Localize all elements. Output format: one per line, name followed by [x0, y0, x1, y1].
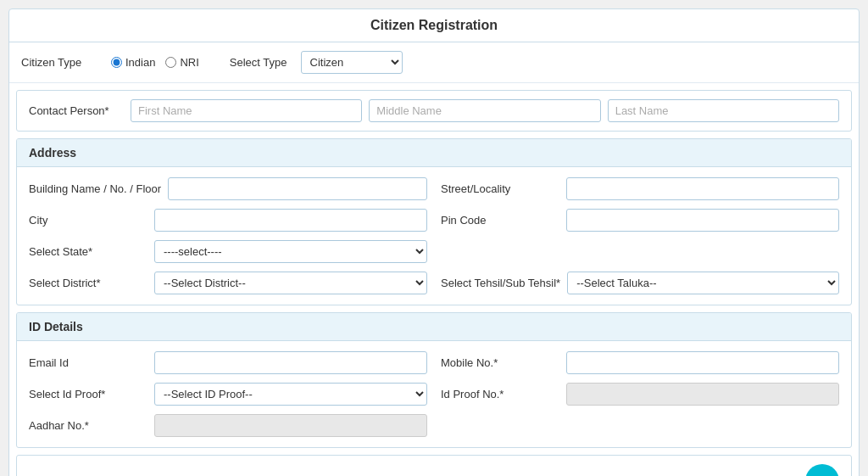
mobile-label: Mobile No.* — [441, 356, 559, 369]
district-field-group: Select District* --Select District-- — [29, 272, 427, 294]
pincode-field-group: Pin Code — [441, 209, 839, 232]
username-password-section: Username & Password Top — [16, 455, 852, 476]
radio-indian-input[interactable] — [111, 57, 122, 68]
last-name-input[interactable] — [608, 99, 839, 122]
mobile-field-group: Mobile No.* — [441, 351, 839, 374]
city-input[interactable] — [154, 209, 427, 232]
aadhar-label: Aadhar No.* — [29, 419, 147, 432]
pincode-input[interactable] — [566, 209, 839, 232]
id-details-section: ID Details Email Id Mobile No.* Select I… — [16, 312, 852, 448]
address-section-body: Building Name / No. / Floor Street/Local… — [17, 167, 851, 305]
middle-name-input[interactable] — [369, 99, 600, 122]
id-proof-no-field-group: Id Proof No.* — [441, 383, 839, 406]
aadhar-input[interactable] — [154, 414, 427, 437]
radio-indian[interactable]: Indian — [111, 56, 155, 69]
district-select[interactable]: --Select District-- — [154, 272, 427, 294]
radio-nri[interactable]: NRI — [165, 56, 198, 69]
email-field-group: Email Id — [29, 351, 427, 374]
street-label: Street/Locality — [441, 182, 559, 195]
select-type-label: Select Type — [230, 56, 287, 69]
top-button[interactable]: Top — [805, 464, 839, 476]
address-section-header: Address — [17, 139, 851, 167]
pincode-label: Pin Code — [441, 214, 559, 227]
page-container: Citizen Registration Citizen Type Indian… — [8, 8, 860, 476]
email-label: Email Id — [29, 356, 147, 369]
building-input[interactable] — [168, 177, 427, 200]
radio-group-citizen: Indian NRI — [111, 56, 199, 69]
id-proof-select[interactable]: --Select ID Proof-- — [154, 383, 427, 406]
state-field-group: Select State* ----select---- — [29, 240, 427, 263]
id-details-header: ID Details — [17, 313, 851, 341]
id-proof-no-label: Id Proof No.* — [441, 388, 559, 400]
email-input[interactable] — [154, 351, 427, 374]
citizen-type-label: Citizen Type — [21, 56, 97, 69]
address-row-2: City Pin Code — [29, 209, 839, 232]
state-select[interactable]: ----select---- — [154, 240, 427, 263]
district-label: Select District* — [29, 277, 147, 289]
id-proof-label: Select Id Proof* — [29, 388, 147, 400]
id-row-2: Select Id Proof* --Select ID Proof-- Id … — [29, 383, 839, 406]
citizen-type-row: Citizen Type Indian NRI Select Type Citi… — [9, 42, 859, 83]
address-section: Address Building Name / No. / Floor Stre… — [16, 138, 852, 305]
aadhar-field-group: Aadhar No.* — [29, 414, 427, 437]
radio-indian-label: Indian — [125, 56, 155, 69]
contact-person-label: Contact Person* — [29, 104, 122, 117]
street-field-group: Street/Locality — [441, 177, 839, 200]
city-label: City — [29, 214, 147, 227]
tehsil-label: Select Tehsil/Sub Tehsil* — [441, 277, 560, 289]
radio-nri-input[interactable] — [165, 57, 176, 68]
id-details-body: Email Id Mobile No.* Select Id Proof* --… — [17, 341, 851, 447]
building-label: Building Name / No. / Floor — [29, 182, 161, 195]
address-row-3: Select State* ----select---- — [29, 240, 839, 263]
id-row-3: Aadhar No.* — [29, 414, 839, 437]
contact-person-section: Contact Person* — [16, 90, 852, 132]
id-proof-field-group: Select Id Proof* --Select ID Proof-- — [29, 383, 427, 406]
building-field-group: Building Name / No. / Floor — [29, 177, 427, 200]
citizen-type-select[interactable]: Citizen Other — [301, 51, 403, 74]
radio-nri-label: NRI — [180, 56, 198, 69]
address-row-4: Select District* --Select District-- Sel… — [29, 272, 839, 294]
tehsil-select[interactable]: --Select Taluka-- — [567, 272, 839, 294]
name-inputs — [131, 99, 839, 122]
city-field-group: City — [29, 209, 427, 232]
state-label: Select State* — [29, 245, 147, 258]
street-input[interactable] — [566, 177, 839, 200]
form-title: Citizen Registration — [9, 9, 859, 42]
mobile-input[interactable] — [566, 351, 839, 374]
address-row-1: Building Name / No. / Floor Street/Local… — [29, 177, 839, 200]
id-row-1: Email Id Mobile No.* — [29, 351, 839, 374]
tehsil-field-group: Select Tehsil/Sub Tehsil* --Select Taluk… — [441, 272, 839, 294]
first-name-input[interactable] — [131, 99, 362, 122]
id-proof-no-input[interactable] — [566, 383, 839, 406]
